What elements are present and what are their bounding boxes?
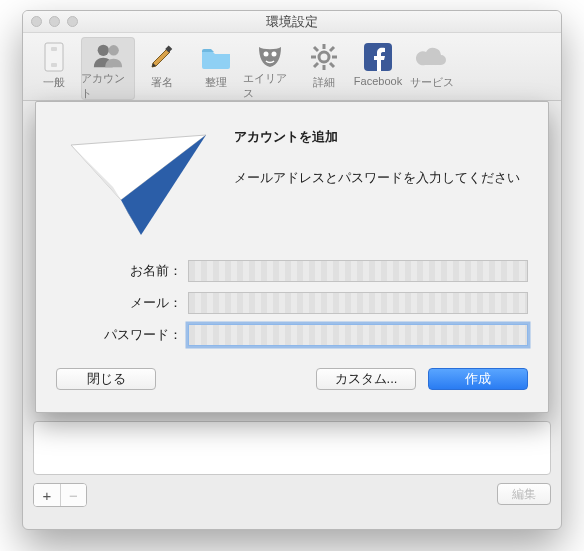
svg-line-16: [314, 63, 318, 67]
folder-icon: [200, 41, 232, 73]
toolbar-facebook[interactable]: Facebook: [351, 37, 405, 100]
add-account-sheet: アカウントを追加 メールアドレスとパスワードを入力してください お名前： メール…: [35, 101, 549, 413]
titlebar: 環境設定: [23, 11, 561, 33]
window-controls[interactable]: [31, 16, 78, 27]
password-field[interactable]: [188, 324, 528, 346]
pen-icon: [146, 41, 178, 73]
label-name: お名前：: [56, 262, 188, 280]
mask-icon: [254, 41, 286, 69]
svg-point-8: [319, 52, 329, 62]
close-icon[interactable]: [31, 16, 42, 27]
svg-rect-1: [51, 47, 57, 51]
toolbar-alias[interactable]: エイリアス: [243, 37, 297, 100]
zoom-icon[interactable]: [67, 16, 78, 27]
list-panel: [33, 421, 551, 475]
sheet-subtext: メールアドレスとパスワードを入力してください: [234, 168, 520, 189]
create-button[interactable]: 作成: [428, 368, 528, 390]
people-icon: [92, 41, 124, 69]
svg-point-6: [264, 52, 269, 57]
svg-point-4: [108, 45, 118, 55]
custom-button[interactable]: カスタム...: [316, 368, 416, 390]
add-remove-segment: + −: [33, 483, 87, 507]
edit-button[interactable]: 編集: [497, 483, 551, 505]
svg-line-14: [330, 63, 334, 67]
switch-icon: [38, 41, 70, 73]
svg-point-3: [98, 45, 109, 56]
cloud-icon: [416, 41, 448, 73]
svg-rect-2: [51, 63, 57, 67]
name-field[interactable]: [188, 260, 528, 282]
toolbar-services[interactable]: サービス: [405, 37, 459, 100]
background-panel: + − 編集: [33, 421, 551, 517]
svg-line-13: [314, 47, 318, 51]
toolbar-advanced[interactable]: 詳細: [297, 37, 351, 100]
toolbar-signature[interactable]: 署名: [135, 37, 189, 100]
toolbar: 一般 アカウント 署名 整理 エイリアス: [23, 33, 561, 101]
add-button[interactable]: +: [34, 484, 60, 506]
svg-line-15: [330, 47, 334, 51]
minimize-icon[interactable]: [49, 16, 60, 27]
gear-icon: [308, 41, 340, 73]
close-button[interactable]: 閉じる: [56, 368, 156, 390]
label-password: パスワード：: [56, 326, 188, 344]
toolbar-organize[interactable]: 整理: [189, 37, 243, 100]
toolbar-accounts[interactable]: アカウント: [81, 37, 135, 100]
mail-field[interactable]: [188, 292, 528, 314]
remove-button[interactable]: −: [60, 484, 86, 506]
paper-plane-icon: [56, 120, 216, 250]
window-title: 環境設定: [266, 13, 318, 31]
label-mail: メール：: [56, 294, 188, 312]
sheet-heading: アカウントを追加: [234, 120, 520, 146]
toolbar-general[interactable]: 一般: [27, 37, 81, 100]
facebook-icon: [362, 41, 394, 73]
preferences-window: 環境設定 一般 アカウント 署名 整理: [22, 10, 562, 530]
svg-point-7: [272, 52, 277, 57]
